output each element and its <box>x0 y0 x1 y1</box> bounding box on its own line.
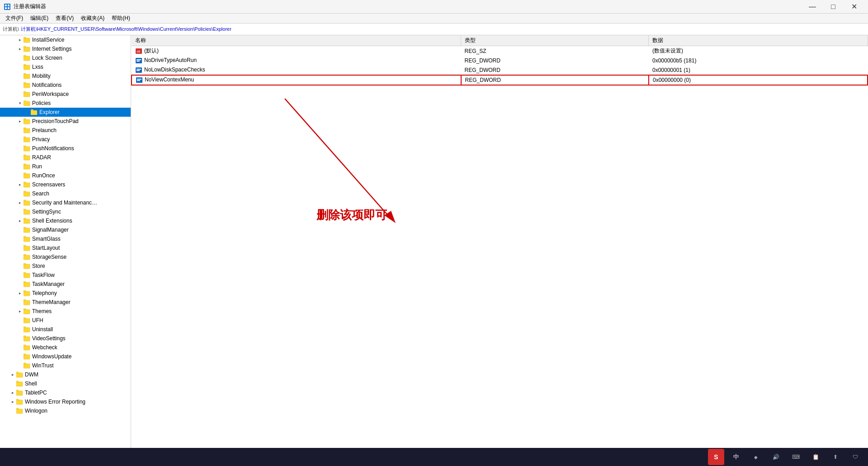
tree-toggle-securityandmaintenance[interactable]: ▸ <box>16 198 24 207</box>
table-row-nolowdiskspacechecks[interactable]: NoLowDiskSpaceChecksREG_DWORD0x00000001 … <box>132 66 868 76</box>
tree-item-notifications[interactable]: Notifications <box>0 81 131 90</box>
cell-data-noviewcontexmenu: 0x00000000 (0) <box>649 75 868 85</box>
tree-item-privacy[interactable]: Privacy <box>0 135 131 144</box>
tree-item-taskmanager[interactable]: TaskManager <box>0 280 131 289</box>
tree-item-dwm[interactable]: ▸ DWM <box>0 370 131 379</box>
tree-toggle-installservice[interactable]: ▸ <box>16 35 24 44</box>
clipboard-icon[interactable]: 📋 <box>807 449 824 465</box>
tree-item-pushnotifications[interactable]: PushNotifications <box>0 144 131 153</box>
tree-label-runonce: RunOnce <box>32 172 55 179</box>
tree-item-mobility[interactable]: Mobility <box>0 71 131 81</box>
tree-item-winlogon[interactable]: Winlogon <box>0 406 131 415</box>
tree-item-search[interactable]: Search <box>0 189 131 198</box>
tree-item-precisiontouchpad[interactable]: ▸ PrecisionTouchPad <box>0 117 131 126</box>
tree-item-shellextensions[interactable]: ▸ Shell Extensions <box>0 216 131 225</box>
tree-item-storagesense[interactable]: StorageSense <box>0 252 131 262</box>
tree-item-windowserrorreporting[interactable]: ▸ Windows Error Reporting <box>0 397 131 406</box>
tree-toggle-screensavers[interactable]: ▸ <box>16 180 24 189</box>
sogou-label: S <box>714 453 718 461</box>
tree-item-policies[interactable]: ▾ Policies <box>0 99 131 108</box>
tree-label-notifications: Notifications <box>32 82 61 88</box>
svg-rect-1 <box>5 5 7 6</box>
menu-view[interactable]: 查看(V) <box>52 14 77 23</box>
tree-item-startlayout[interactable]: StartLayout <box>0 243 131 252</box>
svg-rect-57 <box>24 263 26 265</box>
minimize-button[interactable]: — <box>802 0 823 14</box>
tree-toggle-dwm[interactable]: ▸ <box>9 370 16 379</box>
input-mode[interactable]: ◆ <box>748 449 764 465</box>
svg-marker-102 <box>384 211 396 223</box>
tree-item-penworkspace[interactable]: PenWorkspace <box>0 90 131 99</box>
tree-item-windowsupdate[interactable]: WindowsUpdate <box>0 352 131 361</box>
folder-icon-thememanager <box>24 299 31 305</box>
tree-item-internetsettings[interactable]: ▸ Internet Settings <box>0 44 131 53</box>
tree-label-webcheck: Webcheck <box>32 344 57 351</box>
input-method-indicator[interactable]: 中 <box>728 449 744 465</box>
tree-toggle-tabletpc[interactable]: ▸ <box>9 388 16 397</box>
close-button[interactable]: ✕ <box>844 0 864 14</box>
keyboard-icon[interactable]: ⌨ <box>788 449 804 465</box>
tree-item-run[interactable]: Run <box>0 162 131 171</box>
tree-item-wintrust[interactable]: WinTrust <box>0 361 131 370</box>
tree-item-installservice[interactable]: ▸ InstallService <box>0 35 131 44</box>
svg-rect-41 <box>24 191 26 192</box>
folder-icon-dwm <box>16 371 24 378</box>
menu-file[interactable]: 文件(F) <box>2 14 27 23</box>
menu-edit[interactable]: 编辑(E) <box>27 14 52 23</box>
cell-data-nodrivetypeautorun: 0x000000b5 (181) <box>649 56 868 66</box>
tree-toggle-telephony[interactable]: ▸ <box>16 289 24 298</box>
registry-table: 名称 类型 数据 ab (默认)REG_SZ(数值未设置) NoDriveTyp… <box>131 35 868 86</box>
tree-label-installservice: InstallService <box>32 37 64 43</box>
tree-item-settingsync[interactable]: SettingSync <box>0 207 131 216</box>
tree-toggle-internetsettings[interactable]: ▸ <box>16 44 24 53</box>
svg-rect-59 <box>24 272 26 274</box>
tree-item-webcheck[interactable]: Webcheck <box>0 343 131 352</box>
folder-icon-winlogon <box>16 408 24 414</box>
maximize-button[interactable]: □ <box>823 0 844 14</box>
folder-icon-store <box>24 263 31 269</box>
tree-item-uninstall[interactable]: Uninstall <box>0 325 131 334</box>
tree-item-store[interactable]: Store <box>0 262 131 271</box>
tree-pane[interactable]: ▸ InstallService▸ Internet Settings Lock… <box>0 35 131 466</box>
tree-item-shell[interactable]: Shell <box>0 379 131 388</box>
menu-favorites[interactable]: 收藏夹(A) <box>77 14 108 23</box>
tree-toggle-shellextensions[interactable]: ▸ <box>16 216 24 225</box>
tree-item-telephony[interactable]: ▸ Telephony <box>0 289 131 298</box>
audio-icon[interactable]: 🔊 <box>768 449 784 465</box>
tree-item-themes[interactable]: ▸ Themes <box>0 307 131 316</box>
svg-rect-88 <box>16 409 23 414</box>
tree-item-lxss[interactable]: Lxss <box>0 62 131 71</box>
folder-icon-ufh <box>24 317 31 323</box>
tree-item-radar[interactable]: RADAR <box>0 153 131 162</box>
tree-item-securityandmaintenance[interactable]: ▸ Security and Maintenanc… <box>0 198 131 207</box>
tree-item-prelaunch[interactable]: Prelaunch <box>0 126 131 135</box>
table-row-default[interactable]: ab (默认)REG_SZ(数值未设置) <box>132 46 868 56</box>
upload-icon[interactable]: ⬆ <box>827 449 844 465</box>
tree-item-lockscreen[interactable]: Lock Screen <box>0 53 131 62</box>
tree-item-tabletpc[interactable]: ▸ TabletPC <box>0 388 131 397</box>
tree-item-smartglass[interactable]: SmartGlass <box>0 234 131 243</box>
table-row-nodrivetypeautorun[interactable]: NoDriveTypeAutoRunREG_DWORD0x000000b5 (1… <box>132 56 868 66</box>
tree-toggle-windowserrorreporting[interactable]: ▸ <box>9 397 16 406</box>
tree-toggle-policies[interactable]: ▾ <box>16 99 24 108</box>
folder-icon-uninstall <box>24 326 31 333</box>
tree-item-taskflow[interactable]: TaskFlow <box>0 271 131 280</box>
col-data[interactable]: 数据 <box>649 35 868 46</box>
tree-item-signalmanager[interactable]: SignalManager <box>0 225 131 234</box>
tree-item-screensavers[interactable]: ▸ Screensavers <box>0 180 131 189</box>
address-path[interactable]: 计算机\HKEY_CURRENT_USER\Software\Microsoft… <box>21 26 865 33</box>
col-type[interactable]: 类型 <box>461 35 649 46</box>
shield-icon[interactable]: 🛡 <box>847 449 863 465</box>
table-row-noviewcontexmenu[interactable]: NoViewContexMenuREG_DWORD0x00000000 (0) <box>132 75 868 85</box>
tree-item-runonce[interactable]: RunOnce <box>0 171 131 180</box>
annotation-text: 删除该项即可 <box>316 207 387 223</box>
tree-toggle-precisiontouchpad[interactable]: ▸ <box>16 117 24 126</box>
menu-help[interactable]: 帮助(H) <box>108 14 134 23</box>
tree-item-videosettings[interactable]: VideoSettings <box>0 334 131 343</box>
tree-toggle-themes[interactable]: ▸ <box>16 307 24 316</box>
col-name[interactable]: 名称 <box>132 35 461 46</box>
tree-item-explorer[interactable]: Explorer <box>0 108 131 117</box>
sogou-input[interactable]: S <box>708 449 724 465</box>
tree-item-ufh[interactable]: UFH <box>0 316 131 325</box>
tree-item-thememanager[interactable]: ThemeManager <box>0 298 131 307</box>
